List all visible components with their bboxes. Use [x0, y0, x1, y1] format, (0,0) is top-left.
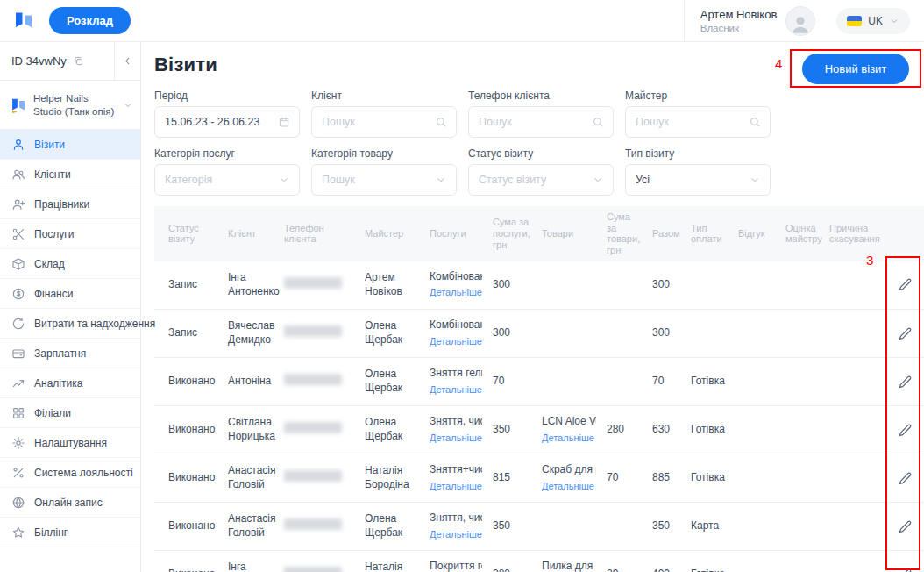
- sidebar-item-employees[interactable]: Працівники: [0, 189, 140, 219]
- reason-cell: [824, 358, 885, 406]
- column-header: Тип оплати: [686, 206, 733, 261]
- sidebar-item-loyalty[interactable]: Система лояльності: [0, 458, 140, 488]
- service-category-select[interactable]: Категорія: [154, 164, 300, 196]
- people-icon: [11, 168, 25, 182]
- top-header: Розклад Артем Новіков Власник UK: [0, 0, 924, 42]
- sidebar-item-warehouse[interactable]: Склад: [0, 249, 140, 279]
- master-name: Олена Щербак: [359, 358, 424, 406]
- sidebar-collapse-button[interactable]: [114, 42, 140, 81]
- visit-type-filter: Тип візиту Усі: [625, 147, 771, 196]
- redacted-phone: [284, 374, 342, 385]
- period-input[interactable]: 15.06.23 - 26.06.23: [154, 106, 300, 138]
- new-visit-button[interactable]: Новий візит: [802, 54, 910, 84]
- language-selector[interactable]: UK: [836, 8, 910, 34]
- chevron-down-icon: [889, 16, 899, 26]
- table-row: Запис Вячеслав Демидко Олена Щербак Комб…: [154, 310, 924, 358]
- sidebar-item-finance[interactable]: Фінанси: [0, 279, 140, 309]
- products-cell: Скраб для р...Детальніше: [537, 454, 601, 503]
- services-cell: Зняття гель...Детальніше: [424, 358, 487, 406]
- product-sum: 29: [601, 551, 647, 572]
- user-menu[interactable]: Артем Новіков Власник: [684, 0, 830, 42]
- service-details-link[interactable]: Детальніше: [430, 528, 482, 540]
- service-details-link[interactable]: Детальніше: [430, 480, 482, 492]
- edit-visit-button[interactable]: [892, 369, 917, 394]
- copy-icon[interactable]: [73, 55, 84, 67]
- reason-cell: [824, 406, 885, 454]
- master-name: Олена Щербак: [359, 406, 424, 454]
- products-cell: [537, 310, 601, 358]
- chevron-down-icon: [749, 174, 761, 186]
- edit-visit-button[interactable]: [892, 418, 917, 442]
- app-logo[interactable]: [12, 10, 35, 32]
- sidebar-item-visits[interactable]: Візити: [0, 130, 140, 160]
- client-name: Антоніна: [223, 358, 279, 406]
- schedule-button[interactable]: Розклад: [49, 7, 131, 34]
- total-sum: 885: [647, 454, 686, 503]
- service-details-link[interactable]: Детальніше: [430, 383, 482, 396]
- column-header: Відгук: [733, 206, 780, 261]
- edit-visit-button[interactable]: [892, 466, 917, 490]
- master-search-input[interactable]: Пошук: [625, 106, 771, 138]
- chevron-down-icon: [592, 174, 604, 186]
- filter-label: Категорія послуг: [154, 147, 300, 160]
- studio-name: Helper Nails Studio (Танк опія): [33, 92, 117, 118]
- product-category-filter: Категорія товару Пошук: [311, 147, 457, 196]
- sidebar-item-branches[interactable]: Філіали: [0, 398, 140, 428]
- calendar-icon: [278, 116, 290, 128]
- actions-cell: [885, 310, 924, 358]
- payment-type: Готівка: [686, 551, 733, 572]
- visit-status-select[interactable]: Статус візиту: [468, 164, 614, 196]
- table-row: Виконано Антоніна Олена Щербак Зняття ге…: [154, 358, 924, 406]
- product-category-select[interactable]: Пошук: [311, 164, 457, 196]
- sidebar-item-label: Система лояльності: [34, 467, 133, 479]
- column-header-actions: [885, 206, 924, 261]
- service-sum: 300: [487, 261, 537, 310]
- column-header: Разом: [647, 206, 686, 261]
- table-row: Виконано Анастасія Головій Олена Щербак …: [154, 503, 924, 551]
- sidebar-item-salary[interactable]: Зарплатня: [0, 339, 140, 368]
- sidebar-item-analytics[interactable]: Аналітика: [0, 368, 140, 398]
- sidebar-item-label: Філіали: [34, 407, 71, 419]
- sidebar-item-billing[interactable]: Біллінг: [0, 518, 140, 547]
- master-filter: Майстер Пошук: [625, 89, 771, 138]
- actions-cell: [885, 503, 924, 551]
- client-search-input[interactable]: Пошук: [311, 106, 457, 138]
- sidebar-item-expenses-income[interactable]: Витрати та надходження: [0, 309, 140, 339]
- product-details-link[interactable]: Детальніше: [542, 432, 594, 444]
- service-sum: 350: [487, 406, 537, 454]
- service-details-link[interactable]: Детальніше: [430, 286, 482, 298]
- services-cell: Зняття, чис...Детальніше: [424, 503, 487, 551]
- sidebar-item-clients[interactable]: Клієнти: [0, 160, 140, 189]
- rating-cell: [780, 310, 824, 358]
- rating-cell: [780, 503, 824, 551]
- sidebar-item-services[interactable]: Послуги: [0, 219, 140, 249]
- client-phone: [279, 358, 359, 406]
- sidebar-item-settings[interactable]: Налаштування: [0, 428, 140, 458]
- product-details-link[interactable]: Детальніше: [542, 480, 594, 492]
- column-header: Причина скасування: [824, 206, 885, 261]
- sidebar-item-label: Візити: [34, 139, 65, 151]
- service-details-link[interactable]: Детальніше: [430, 432, 482, 444]
- chevron-down-icon: [123, 100, 133, 111]
- sidebar-item-label: Послуги: [34, 228, 74, 240]
- visit-type-select[interactable]: Усі: [625, 164, 771, 196]
- sidebar-item-label: Витрати та надходження: [34, 318, 155, 330]
- edit-visit-button[interactable]: [892, 514, 917, 539]
- edit-visit-button[interactable]: [892, 321, 917, 346]
- sidebar-item-online-booking[interactable]: Онлайн запис: [0, 488, 140, 518]
- sidebar: ID 34vwNy Helper Nails Studio (Танк опія…: [0, 42, 141, 572]
- edit-visit-button[interactable]: [892, 562, 917, 572]
- avatar[interactable]: [785, 6, 815, 36]
- person-plus-icon: [11, 197, 25, 211]
- service-details-link[interactable]: Детальніше: [430, 335, 482, 347]
- edit-visit-button[interactable]: [892, 273, 917, 297]
- studio-selector[interactable]: Helper Nails Studio (Танк опія): [0, 81, 140, 130]
- actions-cell: [885, 358, 924, 406]
- products-cell: LCN Aloe Ve...Детальніше: [537, 406, 601, 454]
- sidebar-item-label: Аналітика: [34, 377, 82, 390]
- visit-status: Запис: [154, 310, 223, 358]
- phone-search-input[interactable]: Пошук: [468, 106, 614, 138]
- chevron-down-icon: [278, 174, 290, 186]
- visit-status: Виконано: [154, 454, 223, 503]
- annotation-box-4: Новий візит: [790, 49, 921, 88]
